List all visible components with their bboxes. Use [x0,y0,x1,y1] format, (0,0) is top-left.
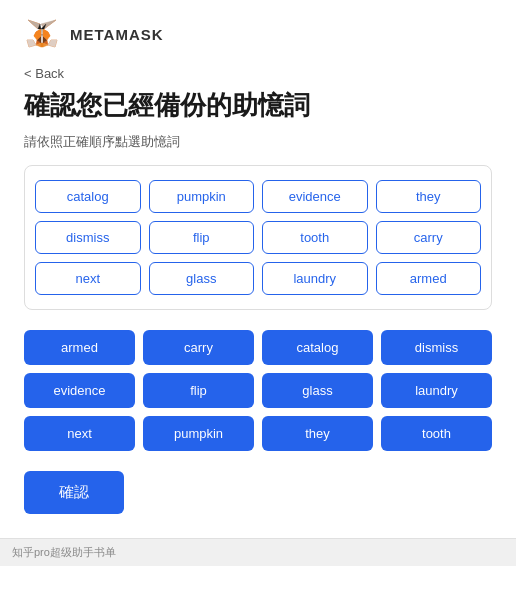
metamask-logo [24,16,60,52]
word-pool-chip[interactable]: glass [149,262,255,295]
selected-word-chip[interactable]: next [24,416,135,451]
selected-word-chip[interactable]: glass [262,373,373,408]
selected-word-chip[interactable]: catalog [262,330,373,365]
word-pool-chip[interactable]: laundry [262,262,368,295]
word-pool-grid: catalogpumpkinevidencetheydismissfliptoo… [35,180,481,295]
selected-word-chip[interactable]: laundry [381,373,492,408]
bottom-bar-text: 知乎pro超级助手书单 [12,545,116,560]
svg-marker-23 [41,29,43,34]
brand-name: METAMASK [70,26,164,43]
word-pool-chip[interactable]: catalog [35,180,141,213]
bottom-bar: 知乎pro超级助手书单 [0,538,516,566]
page-subtitle: 請依照正確順序點選助憶詞 [24,133,492,151]
svg-marker-26 [28,20,40,29]
back-button[interactable]: Back [24,66,64,81]
word-pool-box: catalogpumpkinevidencetheydismissfliptoo… [24,165,492,310]
selected-word-chip[interactable]: dismiss [381,330,492,365]
word-pool-chip[interactable]: pumpkin [149,180,255,213]
selected-word-chip[interactable]: flip [143,373,254,408]
word-pool-chip[interactable]: next [35,262,141,295]
svg-marker-24 [41,34,43,36]
word-pool-chip[interactable]: carry [376,221,482,254]
word-pool-chip[interactable]: dismiss [35,221,141,254]
svg-marker-12 [27,40,36,47]
word-pool-chip[interactable]: tooth [262,221,368,254]
selected-word-chip[interactable]: evidence [24,373,135,408]
svg-marker-11 [48,40,57,47]
confirm-button[interactable]: 確認 [24,471,124,514]
selected-word-chip[interactable]: tooth [381,416,492,451]
selected-word-chip[interactable]: carry [143,330,254,365]
selected-word-chip[interactable]: pumpkin [143,416,254,451]
word-pool-chip[interactable]: they [376,180,482,213]
word-pool-chip[interactable]: evidence [262,180,368,213]
page-title: 確認您已經備份的助憶詞 [24,89,492,123]
selected-word-chip[interactable]: they [262,416,373,451]
selected-word-chip[interactable]: armed [24,330,135,365]
app-header: METAMASK [24,16,492,52]
svg-marker-10 [41,43,43,47]
word-pool-chip[interactable]: flip [149,221,255,254]
selected-words-grid: armedcarrycatalogdismissevidenceflipglas… [24,330,492,451]
word-pool-chip[interactable]: armed [376,262,482,295]
